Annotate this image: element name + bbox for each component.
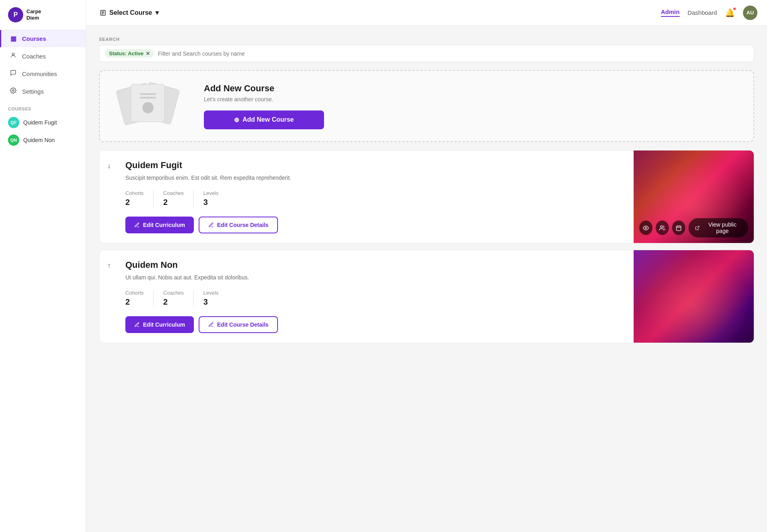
coaches-label-1: Coaches: [163, 190, 184, 196]
sidebar-item-courses[interactable]: ▦ Courses: [0, 30, 86, 47]
topbar-right: Admin Dashboard 🔔 AU: [661, 6, 757, 20]
svg-point-1: [12, 90, 14, 91]
sidebar-item-courses-label: Courses: [22, 35, 46, 42]
levels-value-2: 3: [203, 297, 219, 307]
badge-close-button[interactable]: ✕: [146, 51, 150, 56]
course-desc-2: Ut ullam qui. Nobis aut aut. Expedita si…: [125, 273, 626, 282]
svg-point-3: [645, 227, 647, 229]
course-desc-1: Suscipit temporibus enim. Est odit sit. …: [125, 174, 626, 182]
edit-course-details-button-1[interactable]: Edit Course Details: [199, 217, 278, 233]
course-thumbnail-1: View public page: [634, 151, 754, 243]
svg-rect-5: [676, 226, 681, 230]
course-stats-1: Cohorts 2 Coaches 2 Levels 3: [125, 190, 626, 207]
dashboard-link[interactable]: Dashboard: [688, 9, 717, 16]
add-course-card-subtitle: Let's create another course.: [204, 96, 737, 102]
cohorts-stat-1: Cohorts 2: [125, 190, 154, 207]
levels-label-1: Levels: [203, 190, 219, 196]
courses-icon: ▦: [9, 35, 17, 42]
view-public-button-1[interactable]: View public page: [688, 218, 748, 237]
course-thumbnail-2: [634, 250, 754, 343]
course-card-left-2: ↑: [99, 250, 117, 343]
sidebar-item-communities-label: Communities: [22, 70, 57, 77]
course-title-2: Quidem Non: [125, 260, 626, 270]
svg-line-9: [697, 226, 699, 228]
notification-badge: [733, 7, 736, 10]
sidebar-item-settings[interactable]: Settings: [0, 82, 86, 100]
levels-label-2: Levels: [203, 290, 219, 296]
sidebar-course-quidem-non[interactable]: QN Quidem Non: [0, 131, 86, 149]
course-card-image-2: [634, 250, 754, 343]
coaches-stat-1: Coaches 2: [163, 190, 194, 207]
eye-icon-1: [643, 225, 649, 231]
user-avatar[interactable]: AU: [743, 6, 757, 20]
edit-curriculum-label-1: Edit Curriculum: [143, 222, 185, 228]
content-area: SEARCH Status: Active ✕: [86, 26, 767, 532]
course-avatar-qn: QN: [8, 135, 19, 146]
plus-icon: ⊕: [234, 116, 239, 124]
cohorts-value-2: 2: [125, 297, 144, 307]
search-bar: Status: Active ✕: [99, 45, 754, 62]
add-course-content: Add New Course Let's create another cour…: [204, 83, 737, 129]
coaches-value-1: 2: [163, 198, 184, 207]
topbar: Select Course ▾ Admin Dashboard 🔔 AU: [86, 0, 767, 26]
edit-curriculum-icon-2: [134, 322, 140, 327]
status-active-badge: Status: Active ✕: [105, 49, 154, 58]
coaches-button-1[interactable]: [656, 221, 669, 235]
cohorts-label-2: Cohorts: [125, 290, 144, 296]
communities-icon: [9, 70, 17, 78]
search-label: SEARCH: [99, 37, 754, 42]
main-area: Select Course ▾ Admin Dashboard 🔔 AU SEA…: [86, 0, 767, 532]
add-new-course-card: Add New Course Let's create another cour…: [99, 70, 754, 142]
edit-curriculum-icon-1: [134, 222, 140, 228]
svg-point-4: [660, 225, 662, 227]
course-card-quidem-non: ↑ Quidem Non Ut ullam qui. Nobis aut aut…: [99, 250, 754, 343]
courses-section-label: Courses: [0, 100, 86, 114]
edit-details-icon-1: [208, 222, 214, 228]
course-actions-1: Edit Curriculum Edit Course Details: [125, 217, 626, 233]
course-actions-2: Edit Curriculum Edit Course Details: [125, 316, 626, 333]
status-badge-text: Status: Active: [109, 50, 143, 56]
search-input[interactable]: [158, 50, 748, 57]
chevron-down-icon: ▾: [155, 9, 159, 16]
course-stats-2: Cohorts 2 Coaches 2 Levels 3: [125, 290, 626, 307]
notifications-bell[interactable]: 🔔: [725, 8, 735, 18]
thumbnail-overlay-1: View public page: [639, 218, 748, 237]
coaches-icon: [9, 52, 17, 60]
preview-button-1[interactable]: [639, 221, 652, 235]
external-link-icon-1: [695, 225, 700, 231]
edit-curriculum-button-1[interactable]: Edit Curriculum: [125, 217, 194, 233]
edit-curriculum-label-2: Edit Curriculum: [143, 321, 185, 328]
calendar-button-1[interactable]: [672, 221, 685, 235]
sidebar-logo: P Carpe Diem: [0, 0, 86, 30]
sidebar-item-coaches-label: Coaches: [22, 53, 46, 60]
sidebar-course-qn-label: Quidem Non: [23, 137, 55, 143]
topbar-left: Select Course ▾: [96, 6, 163, 19]
course-card-left-1: ↓: [99, 151, 117, 243]
edit-course-details-button-2[interactable]: Edit Course Details: [199, 316, 278, 333]
sidebar-item-communities[interactable]: Communities: [0, 65, 86, 82]
add-new-course-button[interactable]: ⊕ Add New Course: [204, 110, 324, 129]
select-course-label: Select Course: [109, 9, 152, 16]
levels-value-1: 3: [203, 198, 219, 207]
paper-center: [131, 84, 165, 122]
sidebar-item-coaches[interactable]: Coaches: [0, 47, 86, 65]
sidebar-course-qf-label: Quidem Fugit: [23, 119, 57, 126]
illustration-papers: [120, 82, 176, 130]
add-course-card-title: Add New Course: [204, 83, 737, 94]
sort-up-arrow-2[interactable]: ↑: [107, 261, 111, 270]
edit-details-label-1: Edit Course Details: [217, 222, 268, 228]
view-public-label-1: View public page: [703, 221, 742, 234]
select-course-button[interactable]: Select Course ▾: [96, 6, 163, 19]
cohorts-stat-2: Cohorts 2: [125, 290, 154, 307]
cohorts-value-1: 2: [125, 198, 144, 207]
course-card-quidem-fugit: ↓ Quidem Fugit Suscipit temporibus enim.…: [99, 150, 754, 243]
sidebar-course-quidem-fugit[interactable]: QF Quidem Fugit: [0, 114, 86, 131]
sort-down-arrow-1[interactable]: ↓: [107, 162, 111, 170]
paper-circle: [142, 102, 153, 113]
levels-stat-1: Levels 3: [203, 190, 228, 207]
admin-link[interactable]: Admin: [661, 8, 680, 17]
coaches-label-2: Coaches: [163, 290, 184, 296]
paper-line-1: [140, 93, 156, 95]
edit-curriculum-button-2[interactable]: Edit Curriculum: [125, 316, 194, 333]
edit-details-icon-2: [208, 322, 214, 327]
